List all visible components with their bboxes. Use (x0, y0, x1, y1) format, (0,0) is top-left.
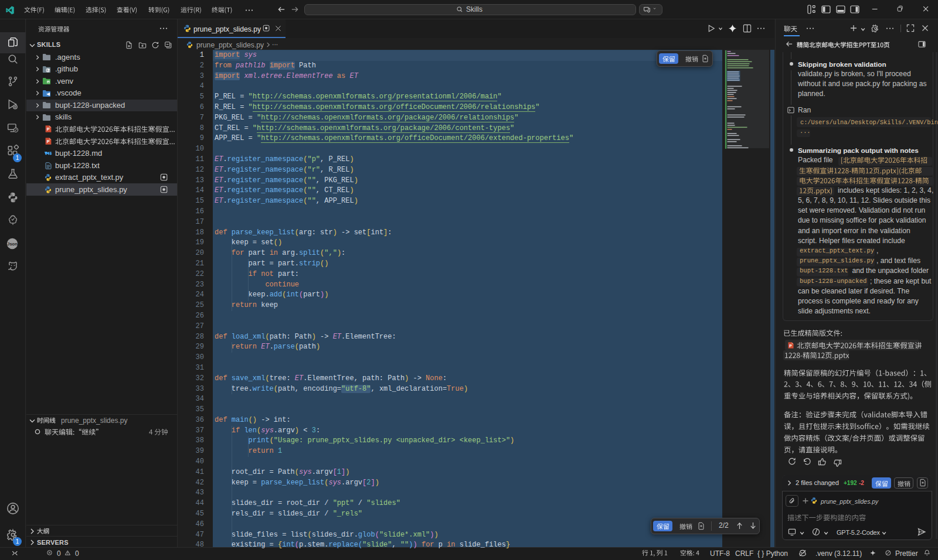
svg-text:P: P (789, 343, 792, 347)
svg-text:P: P (47, 127, 50, 132)
svg-text:P: P (47, 139, 50, 144)
svg-text:Json: Json (7, 241, 18, 247)
